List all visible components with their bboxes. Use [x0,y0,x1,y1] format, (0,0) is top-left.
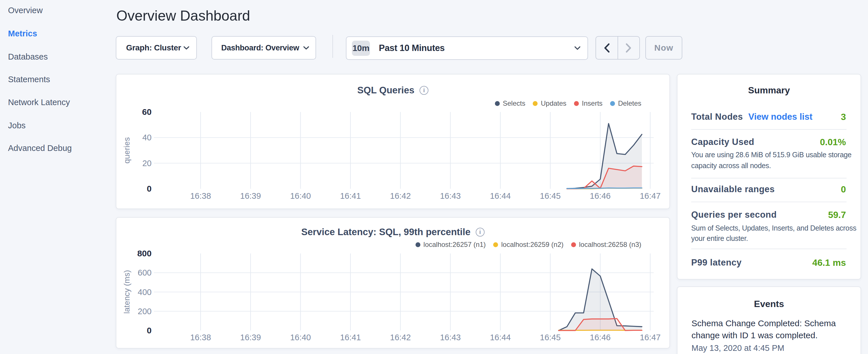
summary-heading: Summary [677,85,861,96]
y-axis-title: latency (ms) [122,270,131,314]
x-axis-tick-label: 16:47 [640,191,661,200]
time-next-button[interactable] [618,37,640,59]
sql-queries-plot: 020406016:3816:3916:4016:4116:4216:4316:… [116,74,671,210]
sidebar-item-jobs[interactable]: Jobs [8,120,26,131]
x-axis-tick-label: 16:42 [390,333,411,342]
y-axis-title: queries [122,137,131,164]
events-panel: Events Schema Change Completed: Schema c… [677,286,861,354]
dashboard-dropdown[interactable]: Dashboard: Overview [212,36,316,60]
x-axis-tick-label: 16:45 [540,191,561,200]
sidebar-item-databases[interactable]: Databases [8,51,48,62]
sidebar-item-advanced-debug[interactable]: Advanced Debug [8,142,72,154]
chevron-right-icon [626,43,631,53]
queries-per-second-description: Sum of Selects, Updates, Inserts, and De… [691,223,859,244]
total-nodes-value: 3 [841,112,846,122]
queries-per-second-value: 59.7 [828,210,846,220]
dashboard-dropdown-label: Dashboard: Overview [221,43,299,53]
toolbar-divider [333,35,333,58]
x-axis-tick-label: 16:40 [290,191,311,200]
divider [691,178,846,179]
chevron-left-icon [604,43,610,53]
summary-row-p99-latency: P99 latency 46.1 ms [691,257,846,268]
time-range-label: Past 10 Minutes [379,43,445,53]
time-range-selector[interactable]: 10m Past 10 Minutes [346,36,588,60]
x-axis-tick-label: 16:41 [340,191,361,200]
chart-card-service-latency: Service Latency: SQL, 99th percentile i … [116,217,670,349]
capacity-used-value: 0.01% [820,137,846,148]
sidebar-item-network-latency[interactable]: Network Latency [8,97,70,108]
p99-latency-label: P99 latency [691,257,742,268]
sidebar-item-overview[interactable]: Overview [8,5,43,16]
summary-row-capacity-used: Capacity Used 0.01% [691,136,846,148]
sidebar-item-statements[interactable]: Statements [8,74,50,85]
page-title: Overview Dashboard [116,8,250,24]
capacity-used-description: You are using 28.6 MiB of 515.9 GiB usab… [691,149,859,171]
chevron-down-icon [303,46,309,50]
x-axis-tick-label: 16:45 [540,333,561,342]
capacity-used-label: Capacity Used [691,137,754,147]
chevron-down-icon [574,46,581,50]
y-axis-tick-label: 40 [143,133,152,142]
summary-row-queries-per-second: Queries per second 59.7 [691,209,846,221]
view-nodes-list-link[interactable]: View nodes list [748,112,812,122]
p99-latency-value: 46.1 ms [812,257,846,268]
y-axis-tick-label: 0 [147,184,152,193]
chart-card-sql-queries: SQL Queries i Selects Updates Inserts De… [116,74,670,209]
unavailable-ranges-value: 0 [841,184,846,195]
x-axis-tick-label: 16:39 [240,333,261,342]
x-axis-tick-label: 16:38 [190,191,211,200]
x-axis-tick-label: 16:46 [590,191,611,200]
unavailable-ranges-label: Unavailable ranges [691,184,775,194]
x-axis-tick-label: 16:46 [590,333,611,342]
x-axis-tick-label: 16:47 [640,333,661,342]
sidebar: Overview Metrics Databases Statements Ne… [0,0,112,354]
total-nodes-label: Total Nodes [691,112,743,122]
y-axis-tick-label: 800 [137,249,152,258]
event-timestamp: May 13, 2020 at 4:45 PM [691,344,784,353]
divider [691,249,846,249]
x-axis-tick-label: 16:41 [340,333,361,342]
x-axis-tick-label: 16:42 [390,191,411,200]
y-axis-tick-label: 400 [138,288,152,297]
now-button[interactable]: Now [645,36,682,60]
divider [691,129,846,130]
y-axis-tick-label: 20 [143,159,152,168]
sidebar-item-metrics[interactable]: Metrics [8,28,37,39]
time-nav-group [595,36,640,60]
x-axis-tick-label: 16:40 [290,333,311,342]
divider [691,202,846,202]
x-axis-tick-label: 16:43 [440,191,461,200]
service-latency-plot: 020040060080016:3816:3916:4016:4116:4216… [116,218,671,349]
y-axis-tick-label: 600 [138,268,152,277]
chevron-down-icon [183,46,189,50]
y-axis-tick-label: 200 [138,307,152,316]
time-range-badge: 10m [352,41,370,56]
x-axis-tick-label: 16:43 [440,333,461,342]
x-axis-tick-label: 16:39 [240,191,261,200]
queries-per-second-label: Queries per second [691,210,777,220]
summary-panel: Summary Total Nodes View nodes list 3 Ca… [677,74,861,280]
summary-row-total-nodes: Total Nodes View nodes list 3 [691,111,846,123]
x-axis-tick-label: 16:44 [490,333,511,342]
event-message[interactable]: Schema Change Completed: Schema change w… [691,317,848,342]
graph-dropdown[interactable]: Graph: Cluster [116,36,197,60]
series-line-Deletes [567,188,642,189]
summary-row-unavailable-ranges: Unavailable ranges 0 [691,184,846,195]
y-axis-tick-label: 0 [147,326,152,335]
y-axis-tick-label: 60 [142,107,152,117]
x-axis-tick-label: 16:38 [190,333,211,342]
graph-dropdown-label: Graph: Cluster [126,43,181,53]
time-prev-button[interactable] [596,37,618,59]
events-heading: Events [677,299,861,309]
x-axis-tick-label: 16:44 [490,191,511,200]
